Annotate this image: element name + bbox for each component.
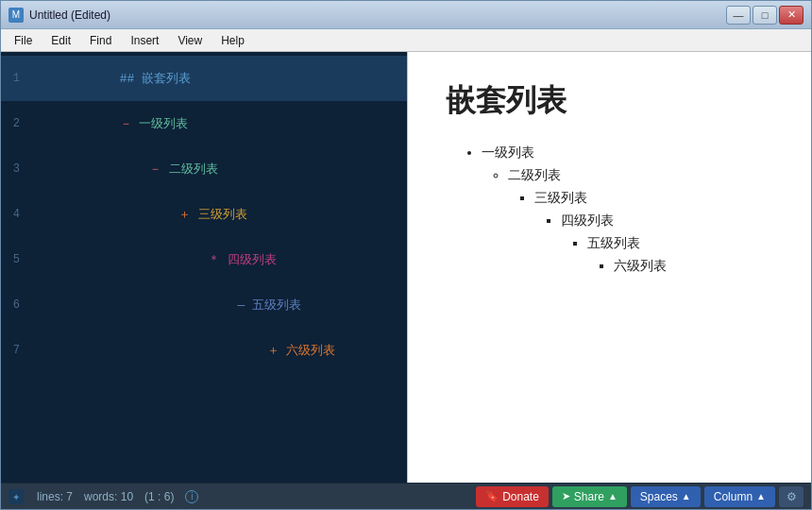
list-item-3: 三级列表 bbox=[534, 190, 773, 207]
minimize-button[interactable]: — bbox=[726, 6, 751, 25]
line4-bullet: ＋ bbox=[120, 208, 198, 222]
line3-bullet: － bbox=[120, 162, 169, 177]
line-content-3: － 二级列表 bbox=[27, 146, 407, 192]
title-bar: M Untitled (Edited) — □ ✕ bbox=[1, 1, 811, 29]
title-bar-left: M Untitled (Edited) bbox=[8, 8, 110, 23]
menu-edit[interactable]: Edit bbox=[42, 32, 80, 49]
editor-line-1: 1 ## 嵌套列表 bbox=[1, 56, 407, 101]
line1-text: ## 嵌套列表 bbox=[120, 72, 191, 86]
menu-insert[interactable]: Insert bbox=[121, 32, 168, 49]
line-number-3: 3 bbox=[1, 162, 27, 176]
line-number-1: 1 bbox=[1, 72, 27, 85]
share-icon: ➤ bbox=[562, 490, 570, 502]
preview-title: 嵌套列表 bbox=[446, 80, 773, 122]
line-number-2: 2 bbox=[1, 117, 27, 130]
line6-bullet: — bbox=[120, 298, 252, 313]
editor-line-7: 7 ＋ 六级列表 bbox=[1, 328, 407, 373]
preview-pane: 嵌套列表 一级列表 二级列表 三级列表 四级列表 五级列表 bbox=[407, 52, 811, 483]
spaces-button[interactable]: Spaces ▲ bbox=[631, 486, 701, 507]
svg-text:✦: ✦ bbox=[12, 492, 20, 502]
line-content-2: － 一级列表 bbox=[27, 101, 407, 146]
menu-view[interactable]: View bbox=[168, 32, 211, 49]
list-item-1: 一级列表 bbox=[482, 144, 773, 162]
list-item-6: 六级列表 bbox=[614, 258, 773, 275]
status-words: words: 10 bbox=[84, 490, 133, 503]
line-number-7: 7 bbox=[1, 344, 27, 357]
settings-icon: ⚙ bbox=[787, 490, 797, 503]
status-position: (1 : 6) bbox=[144, 490, 174, 503]
spaces-arrow: ▲ bbox=[682, 491, 691, 502]
donate-icon: 🔖 bbox=[485, 490, 499, 502]
column-arrow: ▲ bbox=[756, 491, 766, 502]
share-button[interactable]: ➤ Share ▲ bbox=[552, 486, 627, 507]
line2-bullet: － bbox=[120, 117, 140, 131]
preview-list: 一级列表 二级列表 三级列表 四级列表 五级列表 六级列表 bbox=[455, 144, 773, 275]
menu-find[interactable]: Find bbox=[80, 32, 121, 49]
line-number-4: 4 bbox=[1, 208, 27, 221]
editor-lines: 1 ## 嵌套列表 2 － 一级列表 3 － 二级列表 bbox=[1, 52, 407, 377]
editor-line-2: 2 － 一级列表 bbox=[1, 101, 407, 146]
line7-bullet: ＋ bbox=[120, 344, 287, 358]
app-icon: M bbox=[8, 8, 24, 23]
line5-text: 四级列表 bbox=[228, 253, 277, 267]
line4-text: 三级列表 bbox=[198, 208, 247, 222]
line2-text: 一级列表 bbox=[139, 117, 188, 131]
title-buttons: — □ ✕ bbox=[726, 6, 804, 25]
status-left: ✦ lines: 7 words: 10 (1 : 6) i bbox=[8, 489, 198, 504]
settings-button[interactable]: ⚙ bbox=[779, 486, 804, 507]
editor-line-3: 3 － 二级列表 bbox=[1, 146, 407, 192]
menu-help[interactable]: Help bbox=[211, 32, 254, 49]
line-content-1: ## 嵌套列表 bbox=[27, 56, 407, 101]
app-window: M Untitled (Edited) — □ ✕ File Edit Find… bbox=[0, 0, 812, 510]
info-icon: i bbox=[185, 490, 198, 503]
line-number-5: 5 bbox=[1, 253, 27, 266]
list-item-5: 五级列表 bbox=[587, 235, 773, 252]
donate-button[interactable]: 🔖 Donate bbox=[476, 486, 549, 507]
line-content-5: ＊ 四级列表 bbox=[27, 237, 407, 282]
column-button[interactable]: Column ▲ bbox=[704, 486, 775, 507]
line6-text: 五级列表 bbox=[252, 298, 301, 313]
list-item-2: 二级列表 bbox=[508, 167, 773, 184]
share-arrow: ▲ bbox=[608, 491, 617, 502]
close-button[interactable]: ✕ bbox=[779, 6, 804, 25]
list-item-4: 四级列表 bbox=[561, 212, 773, 230]
status-icon: ✦ bbox=[8, 489, 25, 504]
editor-line-6: 6 — 五级列表 bbox=[1, 282, 407, 328]
line-content-7: ＋ 六级列表 bbox=[27, 328, 407, 373]
menu-bar: File Edit Find Insert View Help bbox=[1, 29, 811, 52]
line3-text: 二级列表 bbox=[169, 162, 218, 177]
line-number-6: 6 bbox=[1, 298, 27, 312]
maximize-button[interactable]: □ bbox=[753, 6, 777, 25]
line-content-4: ＋ 三级列表 bbox=[27, 192, 407, 237]
editor-line-5: 5 ＊ 四级列表 bbox=[1, 237, 407, 282]
window-title: Untitled (Edited) bbox=[29, 8, 110, 22]
editor-line-4: 4 ＋ 三级列表 bbox=[1, 192, 407, 237]
line5-bullet: ＊ bbox=[120, 253, 228, 267]
editor-pane[interactable]: 1 ## 嵌套列表 2 － 一级列表 3 － 二级列表 bbox=[1, 52, 407, 483]
line7-text: 六级列表 bbox=[286, 344, 335, 358]
status-right: 🔖 Donate ➤ Share ▲ Spaces ▲ Column ▲ ⚙ bbox=[476, 486, 804, 507]
menu-file[interactable]: File bbox=[5, 32, 42, 49]
status-lines: lines: 7 bbox=[37, 490, 73, 503]
main-content: 1 ## 嵌套列表 2 － 一级列表 3 － 二级列表 bbox=[1, 52, 811, 483]
status-bar: ✦ lines: 7 words: 10 (1 : 6) i 🔖 Donate … bbox=[1, 483, 811, 509]
line-content-6: — 五级列表 bbox=[27, 282, 407, 328]
